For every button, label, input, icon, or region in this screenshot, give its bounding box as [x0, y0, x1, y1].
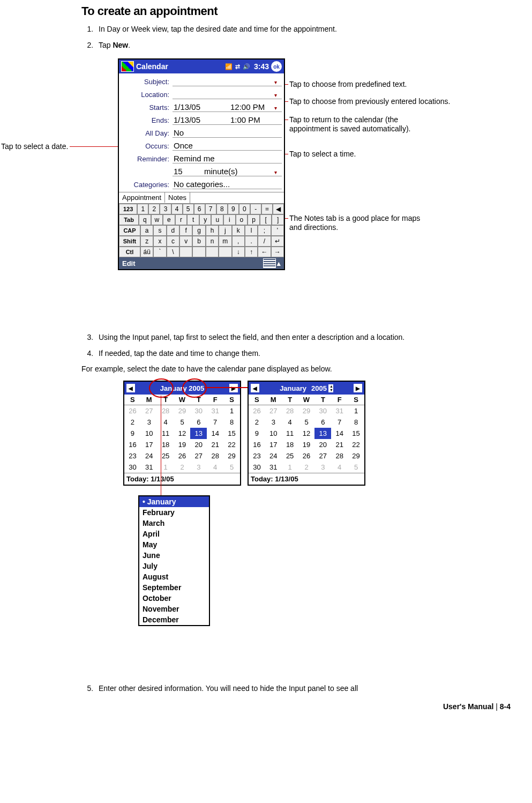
date-cell[interactable]: 14: [331, 428, 348, 439]
date-grid[interactable]: 2627282930311234567891011121314151617181…: [124, 405, 240, 473]
date-cell[interactable]: 10: [265, 428, 282, 439]
date-cell[interactable]: 12: [298, 428, 315, 439]
dropdown-icon[interactable]: [274, 167, 282, 172]
key[interactable]: s: [153, 225, 166, 236]
month-dropdown-list[interactable]: JanuaryFebruaryMarchAprilMayJuneJulyAugu…: [138, 495, 210, 626]
key[interactable]: `: [153, 247, 166, 257]
up-arrow-icon[interactable]: ▴: [277, 259, 281, 267]
key[interactable]: d: [167, 225, 179, 236]
key[interactable]: [219, 247, 231, 257]
date-cell[interactable]: 26: [174, 450, 191, 462]
key[interactable]: \: [167, 247, 179, 257]
month-label[interactable]: January: [280, 384, 306, 392]
key[interactable]: 1: [137, 204, 148, 214]
date-cell[interactable]: 27: [141, 405, 158, 417]
date-cell[interactable]: 23: [249, 450, 265, 462]
date-cell[interactable]: 28: [282, 405, 298, 417]
key[interactable]: 8: [216, 204, 228, 214]
reminder-unit[interactable]: minute(s): [204, 167, 238, 176]
key[interactable]: c: [167, 236, 179, 247]
field-reminder-time[interactable]: 15 minute(s): [173, 167, 282, 176]
month-option[interactable]: July: [139, 561, 209, 571]
key[interactable]: e: [163, 214, 175, 225]
key[interactable]: →: [271, 247, 284, 257]
date-cell[interactable]: 13: [190, 428, 207, 439]
key[interactable]: =: [261, 204, 273, 214]
date-cell[interactable]: 31: [207, 405, 223, 417]
key[interactable]: i: [223, 214, 236, 225]
reminder-qty[interactable]: 15: [174, 167, 183, 176]
date-cell[interactable]: 7: [207, 417, 223, 428]
date-cell[interactable]: 29: [174, 405, 191, 417]
tab-notes[interactable]: Notes: [165, 192, 190, 203]
date-cell[interactable]: 1: [348, 405, 364, 417]
date-grid[interactable]: 2627282930311234567891011121314151617181…: [249, 405, 364, 473]
date-cell[interactable]: 3: [314, 462, 331, 473]
key[interactable]: 4: [171, 204, 183, 214]
date-cell[interactable]: 17: [141, 439, 158, 450]
prev-month-button[interactable]: ◀: [126, 384, 135, 392]
date-cell[interactable]: 9: [124, 428, 141, 439]
date-cell[interactable]: 6: [314, 417, 331, 428]
key[interactable]: x: [153, 236, 166, 247]
date-cell[interactable]: 12: [174, 428, 191, 439]
date-cell[interactable]: 27: [314, 450, 331, 462]
dropdown-icon[interactable]: [274, 90, 282, 95]
key[interactable]: ;: [258, 225, 271, 236]
date-cell[interactable]: 15: [223, 428, 240, 439]
month-option[interactable]: April: [139, 529, 209, 539]
date-cell[interactable]: 25: [282, 450, 298, 462]
date-cell[interactable]: 3: [141, 417, 158, 428]
calendar-popup-left[interactable]: ◀ January 2005 ▶ SMTWTFS 262728293031123…: [123, 381, 241, 486]
key[interactable]: /: [258, 236, 271, 247]
field-categories[interactable]: No categories...: [173, 180, 282, 189]
key[interactable]: ': [271, 225, 284, 236]
key[interactable]: ↓: [232, 247, 245, 257]
month-option[interactable]: November: [139, 604, 209, 614]
date-cell[interactable]: 31: [331, 405, 348, 417]
soft-keyboard[interactable]: 1231234567890-=◀ Tabqwertyuiop[] CAPasdf…: [119, 203, 284, 257]
key[interactable]: f: [179, 225, 192, 236]
date-cell[interactable]: 2: [124, 417, 141, 428]
key[interactable]: h: [206, 225, 219, 236]
key[interactable]: u: [211, 214, 223, 225]
key[interactable]: ←: [258, 247, 271, 257]
key[interactable]: o: [236, 214, 248, 225]
key[interactable]: m: [219, 236, 231, 247]
date-cell[interactable]: 20: [190, 439, 207, 450]
date-cell[interactable]: 18: [282, 439, 298, 450]
key[interactable]: 123: [119, 204, 137, 214]
date-cell[interactable]: 24: [141, 450, 158, 462]
date-cell[interactable]: 17: [265, 439, 282, 450]
key[interactable]: [192, 247, 205, 257]
date-cell[interactable]: 26: [298, 450, 315, 462]
start-flag-icon[interactable]: [121, 61, 134, 72]
today-link[interactable]: Today: 1/13/05: [249, 473, 364, 485]
date-cell[interactable]: 28: [158, 405, 174, 417]
year-up-icon[interactable]: ▲: [329, 384, 333, 388]
key[interactable]: Ctl: [119, 247, 140, 257]
dropdown-icon[interactable]: [274, 102, 282, 108]
date-cell[interactable]: 7: [331, 417, 348, 428]
date-cell[interactable]: 8: [223, 417, 240, 428]
key[interactable]: 3: [160, 204, 171, 214]
date-cell[interactable]: 22: [223, 439, 240, 450]
date-cell[interactable]: 25: [158, 450, 174, 462]
date-cell[interactable]: 28: [207, 450, 223, 462]
date-cell[interactable]: 4: [207, 462, 223, 473]
ok-button[interactable]: ok: [271, 61, 282, 72]
date-cell[interactable]: 4: [282, 417, 298, 428]
key[interactable]: [206, 247, 219, 257]
date-cell[interactable]: 21: [331, 439, 348, 450]
month-option[interactable]: January: [139, 496, 209, 507]
key[interactable]: v: [179, 236, 192, 247]
key[interactable]: y: [199, 214, 212, 225]
key[interactable]: q: [139, 214, 151, 225]
date-cell[interactable]: 26: [124, 405, 141, 417]
field-location[interactable]: [173, 90, 282, 99]
date-cell[interactable]: 2: [174, 462, 191, 473]
tab-appointment[interactable]: Appointment: [119, 192, 165, 203]
key[interactable]: z: [140, 236, 153, 247]
date-cell[interactable]: 19: [174, 439, 191, 450]
date-cell[interactable]: 2: [298, 462, 315, 473]
